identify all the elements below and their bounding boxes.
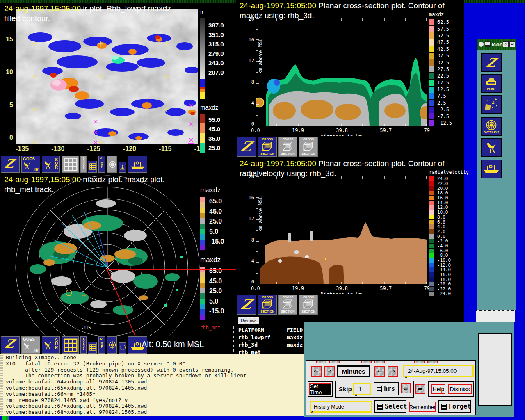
colorbar-entry: 4.0 <box>429 224 469 229</box>
minutes-forward-button[interactable]: ⇒ <box>388 366 398 377</box>
sur-button[interactable]: SUR <box>42 156 60 173</box>
help-button[interactable]: Help <box>431 384 445 394</box>
radar-button[interactable] <box>481 138 502 157</box>
colorbar-entry: -4.0 <box>429 244 469 249</box>
colorbar-entry: -20.0 <box>429 282 469 287</box>
terminal-scrollbar[interactable] <box>0 354 3 416</box>
satellite-icon <box>484 98 498 112</box>
ir-toolbar: Z GOES .IR SUR BOUNDS MAP ✿ <box>0 155 236 174</box>
ppi-colorbar2-swatch <box>200 293 205 299</box>
clipped-arrow-button[interactable] <box>427 360 438 363</box>
dismiss-button[interactable]: Dismiss <box>237 316 260 324</box>
small-grid-button[interactable] <box>88 161 97 173</box>
terminal-cursor <box>6 416 9 420</box>
ship-panel-button[interactable] <box>481 160 502 178</box>
xsection-maxdz-plot[interactable] <box>256 18 427 126</box>
terminal-line: Building XImage...done <box>6 355 304 361</box>
sur-button[interactable]: SUR <box>42 336 60 354</box>
colorbar-entry: 20.0 <box>429 186 469 191</box>
skip-back-button[interactable]: ⇐ <box>401 383 411 393</box>
zebra-button[interactable]: Z <box>1 156 20 173</box>
skip-input[interactable]: 1 <box>353 383 371 395</box>
wheel-button[interactable] <box>107 336 117 354</box>
zebra-button[interactable]: Z <box>237 295 256 315</box>
radar-grid-button[interactable] <box>62 156 79 173</box>
zebra-button[interactable]: Z <box>1 336 20 354</box>
cross-section-button[interactable]: CROSS SECTION <box>299 137 318 157</box>
remember-button[interactable]: Remember <box>409 402 436 412</box>
window-menu-icon[interactable] <box>485 41 491 47</box>
set-time-button[interactable]: Set Time <box>309 383 331 395</box>
ship-button[interactable] <box>128 156 147 173</box>
terminal-window[interactable]: Building XImage...doneXIO: fatal IO erro… <box>0 354 304 416</box>
cross-section-button[interactable]: CROSS SECTION <box>278 295 297 315</box>
ppi-colorbar1-swatch <box>200 197 205 202</box>
select-dropdown[interactable]: Select <box>374 400 406 413</box>
units-dropdown[interactable]: hrs <box>374 382 399 395</box>
iconify-icon[interactable]: ○ <box>503 41 509 47</box>
radar-grid-button[interactable] <box>62 336 79 354</box>
dialog-dismiss-button[interactable]: Dismiss <box>448 384 472 394</box>
xsection-rv-ylabel: km above MSL <box>258 192 263 237</box>
map-button[interactable]: MAP ✿ <box>98 156 105 173</box>
y-tick: 16 <box>249 195 254 201</box>
circle-button[interactable] <box>119 342 126 354</box>
colorbar-swatch <box>429 272 434 277</box>
ir-x-axis: -135-130-125-120-115-1 <box>16 145 200 153</box>
cross-section-button[interactable]: CROSS SECTION <box>278 137 297 157</box>
print-button[interactable]: PRINT <box>481 74 502 93</box>
goes-ir-button[interactable]: GOES .IR <box>21 156 40 173</box>
wheel-button[interactable] <box>107 156 117 173</box>
minutes-back-button[interactable]: ⇐ <box>374 366 385 377</box>
ir-maxdz-tick: 55.0 <box>208 116 220 123</box>
small-grid-button[interactable] <box>88 342 97 354</box>
printer-icon <box>485 78 498 87</box>
ir-x-tick: -120 <box>123 145 136 153</box>
skip-forward-button[interactable]: ⇒ <box>415 384 425 394</box>
colorbar-entry: 6.0 <box>429 219 469 224</box>
clipped-arrow-button[interactable] <box>316 360 326 363</box>
clipped-arrow-button[interactable] <box>329 360 340 363</box>
icon-panel-titlebar[interactable]: icon ○ ↵ <box>477 39 516 50</box>
history-mode-field[interactable]: History Mode <box>310 401 372 413</box>
xsection-rv-plot[interactable] <box>256 176 427 284</box>
colorbar-value: 57.5 <box>437 26 449 32</box>
clipped-arrow-button[interactable] <box>361 360 372 363</box>
ir-satellite-plot[interactable] <box>16 9 198 144</box>
colorbar-entry: 22.5 <box>429 73 452 79</box>
bounds-button[interactable]: BOUNDS <box>80 336 87 354</box>
cross-section-button-active[interactable]: CROSS SECTION <box>258 295 277 315</box>
overlays-button[interactable]: OVERLAYS <box>481 117 502 136</box>
colorbar-entry: -16.0 <box>429 272 469 277</box>
ship-icon <box>130 161 146 170</box>
ppi-colorbar2-swatch <box>200 315 205 320</box>
colorbar-label: radialvelocity <box>429 169 469 175</box>
resize-icon[interactable]: ↵ <box>509 41 515 47</box>
zebra-button[interactable]: Z <box>237 137 256 157</box>
ppi-colorbar1-swatch <box>200 240 205 245</box>
colorbar-swatch <box>429 253 434 258</box>
colorbar-entry: 8.0 <box>429 215 469 220</box>
window-menu-circle-icon[interactable] <box>479 42 484 47</box>
goes-ir-button[interactable]: GOES .IR <box>21 336 40 354</box>
time-input[interactable]: 24-Aug-97,15:05:00 <box>403 365 474 377</box>
bounds-button[interactable]: BOUNDS <box>80 156 87 173</box>
step-back-button[interactable]: ⇐ <box>311 366 322 377</box>
grid-radar-icon <box>64 158 78 171</box>
skip-label: Skip <box>339 386 352 393</box>
satellite-button[interactable] <box>481 95 502 114</box>
colorbar-swatch <box>429 239 434 243</box>
forget-dropdown[interactable]: Forget <box>438 400 471 413</box>
colorbar-swatch <box>429 113 434 119</box>
cross-section-button[interactable]: CROSS SECTION <box>299 295 318 315</box>
radar-antenna-icon <box>43 160 52 170</box>
colorbar-value: 7.5 <box>437 93 446 99</box>
clipped-arrow-button[interactable] <box>414 360 425 363</box>
map-button[interactable]: MAP ✿ <box>98 336 105 354</box>
zebra-launcher-button[interactable]: Z <box>481 53 502 72</box>
buoy-button[interactable] <box>119 162 126 173</box>
step-forward-button[interactable]: ⇒ <box>324 366 335 377</box>
clipped-arrow-button[interactable] <box>374 360 385 363</box>
cross-section-button-active[interactable]: CROSS SECTION <box>258 137 277 157</box>
crosshair-line-horizontal[interactable] <box>107 269 236 270</box>
